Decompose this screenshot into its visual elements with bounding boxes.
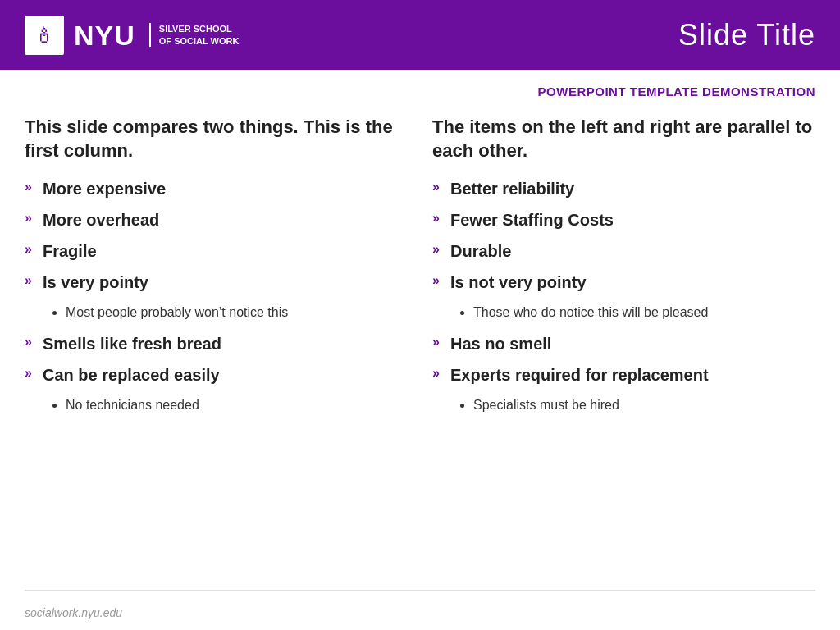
chevron-icon: » — [25, 242, 36, 257]
sub-list: Specialists must be hired — [432, 396, 815, 414]
list-item: » Has no smell — [432, 334, 815, 354]
sub-list-item: Those who do notice this will be pleased — [473, 304, 815, 322]
chevron-icon: » — [432, 180, 444, 194]
list-item: » Smells like fresh bread — [25, 334, 408, 354]
chevron-icon: » — [432, 242, 444, 257]
list-item: » Fewer Staffing Costs — [432, 210, 815, 230]
chevron-icon: » — [432, 273, 444, 288]
item-label: Fewer Staffing Costs — [450, 210, 614, 230]
item-label: Smells like fresh bread — [43, 334, 221, 354]
chevron-icon: » — [432, 211, 444, 226]
chevron-icon: » — [25, 335, 36, 349]
chevron-icon: » — [25, 211, 36, 226]
two-column-content: This slide compares two things. This is … — [0, 107, 840, 580]
sub-list: Those who do notice this will be pleased — [432, 304, 815, 322]
item-label: Fragile — [43, 241, 97, 261]
list-item: » Better reliability — [432, 179, 815, 199]
left-column: This slide compares two things. This is … — [25, 116, 408, 580]
list-item: » More overhead — [25, 210, 408, 230]
sub-list: Most people probably won’t notice this — [25, 304, 408, 322]
nyu-wordmark: NYU — [74, 21, 135, 49]
item-label: More expensive — [43, 179, 166, 199]
item-label: Experts required for replacement — [450, 365, 709, 385]
list-item: » Is very pointy — [25, 272, 408, 292]
school-name: SILVER SCHOOL OF SOCIAL WORK — [149, 23, 240, 47]
subtitle-text: POWERPOINT TEMPLATE DEMONSTRATION — [538, 84, 815, 98]
list-item: » Fragile — [25, 241, 408, 261]
list-item: » Durable — [432, 241, 815, 261]
item-label: Is not very pointy — [450, 272, 587, 292]
sub-list: No technicians needed — [25, 396, 408, 414]
chevron-icon: » — [25, 273, 36, 288]
right-column: The items on the left and right are para… — [432, 116, 815, 580]
chevron-icon: » — [25, 366, 36, 381]
footer: socialwork.nyu.edu — [0, 580, 840, 630]
list-item: » Is not very pointy — [432, 272, 815, 292]
list-item: » Can be replaced easily — [25, 365, 408, 385]
chevron-icon: » — [432, 335, 444, 349]
right-column-list: » Better reliability » Fewer Staffing Co… — [432, 179, 815, 292]
right-column-list-cont: » Has no smell » Experts required for re… — [432, 334, 815, 385]
footer-divider — [25, 590, 815, 591]
sub-list-item: No technicians needed — [66, 396, 408, 414]
item-label: Durable — [450, 241, 511, 261]
footer-url: socialwork.nyu.edu — [25, 606, 122, 619]
chevron-icon: » — [432, 366, 444, 381]
left-column-list-cont: » Smells like fresh bread » Can be repla… — [25, 334, 408, 385]
subtitle-bar: POWERPOINT TEMPLATE DEMONSTRATION — [0, 70, 840, 107]
slide-title: Slide Title — [678, 18, 815, 52]
left-column-heading: This slide compares two things. This is … — [25, 116, 408, 162]
sub-list-item: Specialists must be hired — [473, 396, 815, 414]
item-label: Has no smell — [450, 334, 551, 354]
page-wrapper: 🕯 NYU SILVER SCHOOL OF SOCIAL WORK Slide… — [0, 0, 840, 630]
list-item: » Experts required for replacement — [432, 365, 815, 385]
left-column-list: » More expensive » More overhead » Fragi… — [25, 179, 408, 292]
main-area: POWERPOINT TEMPLATE DEMONSTRATION This s… — [0, 70, 840, 630]
item-label: Is very pointy — [43, 272, 148, 292]
logo-box: 🕯 — [25, 16, 64, 55]
item-label: Better reliability — [450, 179, 574, 199]
item-label: More overhead — [43, 210, 159, 230]
logo-area: 🕯 NYU SILVER SCHOOL OF SOCIAL WORK — [25, 16, 239, 55]
right-column-heading: The items on the left and right are para… — [432, 116, 815, 162]
sub-list-item: Most people probably won’t notice this — [66, 304, 408, 322]
chevron-icon: » — [25, 180, 36, 194]
item-label: Can be replaced easily — [43, 365, 220, 385]
header-bar: 🕯 NYU SILVER SCHOOL OF SOCIAL WORK Slide… — [0, 0, 840, 70]
list-item: » More expensive — [25, 179, 408, 199]
torch-icon: 🕯 — [34, 25, 55, 46]
